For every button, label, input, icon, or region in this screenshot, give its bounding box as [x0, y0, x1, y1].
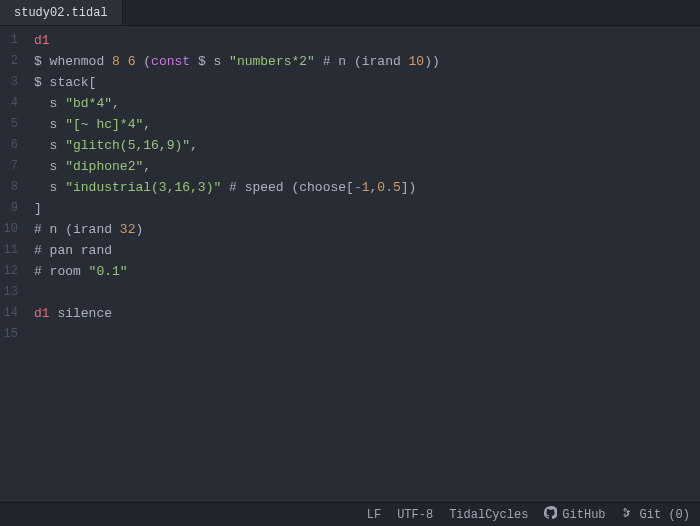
line-number: 4 — [0, 93, 26, 114]
status-language[interactable]: TidalCycles — [449, 508, 528, 522]
code-token: ) — [135, 222, 143, 237]
code-line[interactable]: # pan rand — [26, 240, 700, 261]
code-token: 10 — [409, 54, 425, 69]
code-token: s — [34, 180, 65, 195]
code-token: "glitch(5,16,9)" — [65, 138, 190, 153]
line-number: 10 — [0, 219, 26, 240]
code-token: 8 — [112, 54, 120, 69]
code-token: # n (irand — [315, 54, 409, 69]
editor-area[interactable]: 123456789101112131415 d1$ whenmod 8 6 (c… — [0, 26, 700, 502]
code-area[interactable]: d1$ whenmod 8 6 (const $ s "numbers*2" #… — [26, 26, 700, 502]
line-number: 3 — [0, 72, 26, 93]
code-token — [120, 54, 128, 69]
code-token: )) — [424, 54, 440, 69]
line-number: 6 — [0, 135, 26, 156]
code-line[interactable]: $ whenmod 8 6 (const $ s "numbers*2" # n… — [26, 51, 700, 72]
editor-window: study02.tidal 123456789101112131415 d1$ … — [0, 0, 700, 526]
code-line[interactable] — [26, 282, 700, 303]
code-line[interactable]: s "diphone2", — [26, 156, 700, 177]
gutter: 123456789101112131415 — [0, 26, 26, 502]
code-token: # speed (choose[ — [221, 180, 354, 195]
code-token: "0.1" — [89, 264, 128, 279]
status-github[interactable]: GitHub — [544, 506, 605, 523]
code-token: ] — [34, 201, 42, 216]
status-eol[interactable]: LF — [367, 508, 381, 522]
code-token: "industrial(3,16,3)" — [65, 180, 221, 195]
code-line[interactable]: s "bd*4", — [26, 93, 700, 114]
code-token: ( — [135, 54, 151, 69]
code-token: 32 — [120, 222, 136, 237]
line-number: 5 — [0, 114, 26, 135]
code-token: , — [143, 159, 151, 174]
code-token: $ s — [190, 54, 229, 69]
code-token: $ stack[ — [34, 75, 96, 90]
code-line[interactable] — [26, 324, 700, 345]
code-token: "diphone2" — [65, 159, 143, 174]
git-branch-icon — [622, 506, 635, 523]
code-line[interactable]: s "glitch(5,16,9)", — [26, 135, 700, 156]
code-token: , — [190, 138, 198, 153]
code-line[interactable]: $ stack[ — [26, 72, 700, 93]
code-token: ]) — [401, 180, 417, 195]
code-token: $ — [34, 54, 50, 69]
github-icon — [544, 506, 557, 523]
status-git[interactable]: Git (0) — [622, 506, 690, 523]
tab-bar: study02.tidal — [0, 0, 700, 26]
code-token: s — [34, 117, 65, 132]
code-token: s — [34, 96, 65, 111]
line-number: 9 — [0, 198, 26, 219]
status-language-label: TidalCycles — [449, 508, 528, 522]
code-line[interactable]: d1 — [26, 30, 700, 51]
code-token: # pan rand — [34, 243, 112, 258]
code-token: whenmod — [50, 54, 112, 69]
code-token: "bd*4" — [65, 96, 112, 111]
code-token: # room — [34, 264, 89, 279]
code-token: s — [34, 138, 65, 153]
code-token: "numbers*2" — [229, 54, 315, 69]
tab-file[interactable]: study02.tidal — [0, 0, 123, 25]
code-token: , — [143, 117, 151, 132]
code-line[interactable]: s "[~ hc]*4", — [26, 114, 700, 135]
line-number: 8 — [0, 177, 26, 198]
status-eol-label: LF — [367, 508, 381, 522]
line-number: 2 — [0, 51, 26, 72]
tab-title: study02.tidal — [14, 6, 108, 20]
line-number: 12 — [0, 261, 26, 282]
code-token: silence — [50, 306, 112, 321]
line-number: 13 — [0, 282, 26, 303]
code-token: # n (irand — [34, 222, 120, 237]
code-token: "[~ hc]*4" — [65, 117, 143, 132]
code-line[interactable]: d1 silence — [26, 303, 700, 324]
status-encoding[interactable]: UTF-8 — [397, 508, 433, 522]
code-token: 5 — [393, 180, 401, 195]
line-number: 1 — [0, 30, 26, 51]
line-number: 15 — [0, 324, 26, 345]
code-token: - — [354, 180, 362, 195]
code-token: , — [112, 96, 120, 111]
line-number: 11 — [0, 240, 26, 261]
status-encoding-label: UTF-8 — [397, 508, 433, 522]
code-token: d1 — [34, 306, 50, 321]
line-number: 14 — [0, 303, 26, 324]
code-token: s — [34, 159, 65, 174]
code-token: const — [151, 54, 190, 69]
code-line[interactable]: ] — [26, 198, 700, 219]
status-git-label: Git (0) — [640, 508, 690, 522]
code-line[interactable]: # room "0.1" — [26, 261, 700, 282]
code-token: . — [385, 180, 393, 195]
status-github-label: GitHub — [562, 508, 605, 522]
code-token: 1 — [362, 180, 370, 195]
code-token: 0 — [377, 180, 385, 195]
line-number: 7 — [0, 156, 26, 177]
code-line[interactable]: # n (irand 32) — [26, 219, 700, 240]
code-line[interactable]: s "industrial(3,16,3)" # speed (choose[-… — [26, 177, 700, 198]
code-token: d1 — [34, 33, 50, 48]
status-bar: LF UTF-8 TidalCycles GitHub Git (0) — [0, 502, 700, 526]
